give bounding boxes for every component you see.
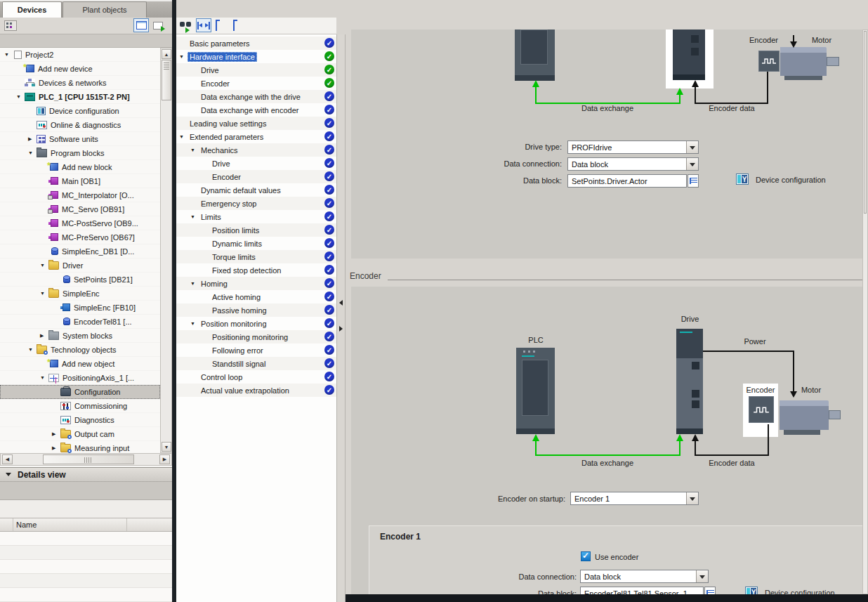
expand-all-folder-icon[interactable] bbox=[216, 21, 217, 31]
tab-plant-objects[interactable]: Plant objects bbox=[63, 1, 147, 18]
expand-arrow-icon[interactable]: ▼ bbox=[40, 375, 48, 380]
data-block-input[interactable]: SetPoints.Driver.Actor bbox=[567, 174, 687, 188]
use-encoder-checkbox[interactable] bbox=[581, 551, 591, 561]
nav-item-emergency-stop[interactable]: Emergency stop bbox=[176, 197, 336, 210]
nav-item-leading-value-settings[interactable]: Leading value settings bbox=[176, 117, 336, 130]
tree-item-add-new-block[interactable]: Add new block bbox=[0, 160, 160, 174]
expand-arrow-icon[interactable]: ▼ bbox=[28, 347, 37, 352]
tree-item-add-new-device[interactable]: Add new device bbox=[0, 62, 160, 76]
nav-item-limits[interactable]: ▼Limits bbox=[176, 210, 336, 223]
nav-item-hardware-interface[interactable]: ▼Hardware interface bbox=[176, 50, 336, 63]
tree-item-devices-networks[interactable]: Devices & networks bbox=[0, 76, 160, 90]
tree-item-program-blocks[interactable]: ▼Program blocks bbox=[0, 146, 160, 160]
expand-arrow-icon[interactable]: ▼ bbox=[28, 150, 37, 155]
tree-item-plc-1-cpu-1515t-2-pn[interactable]: ▼PLC_1 [CPU 1515T-2 PN] bbox=[0, 90, 160, 104]
nav-item-encoder[interactable]: Encoder bbox=[176, 170, 336, 183]
panel-splitter[interactable] bbox=[336, 34, 346, 602]
encoder-data-connection-select[interactable]: Data block bbox=[580, 570, 709, 583]
scroll-down-icon[interactable]: ▼ bbox=[162, 442, 171, 452]
collapse-right-icon[interactable] bbox=[339, 326, 343, 332]
tree-vertical-scrollbar[interactable]: ▲ ▼ bbox=[160, 48, 172, 453]
tree-item-mc-servo-ob91[interactable]: MC_Servo [OB91] bbox=[0, 202, 160, 216]
dropdown-arrow-icon[interactable] bbox=[686, 492, 698, 504]
nav-item-passive-homing[interactable]: Passive homing bbox=[176, 303, 336, 317]
expand-arrow-icon[interactable]: ▼ bbox=[16, 94, 25, 99]
content-scroll-thumb[interactable] bbox=[864, 31, 867, 214]
tree-item-device-configuration[interactable]: Device configuration bbox=[0, 104, 160, 118]
nav-item-basic-parameters[interactable]: Basic parameters bbox=[176, 37, 336, 50]
nav-item-standstill-signal[interactable]: Standstill signal bbox=[176, 357, 336, 370]
nav-item-position-limits[interactable]: Position limits bbox=[176, 223, 336, 237]
drive-type-select[interactable]: PROFIdrive bbox=[567, 140, 699, 154]
tree-item-diagnostics[interactable]: Diagnostics bbox=[0, 413, 160, 427]
collapse-arrow-icon[interactable]: ▶ bbox=[52, 431, 60, 437]
nav-item-following-error[interactable]: Following error bbox=[176, 343, 336, 357]
expand-arrow-icon[interactable]: ▼ bbox=[190, 321, 199, 326]
nav-item-positioning-monitoring[interactable]: Positioning monitoring bbox=[176, 330, 336, 343]
dropdown-arrow-icon[interactable] bbox=[686, 141, 698, 153]
dropdown-arrow-icon[interactable] bbox=[696, 570, 708, 582]
expand-arrow-icon[interactable]: ▼ bbox=[190, 214, 199, 219]
expand-arrow-icon[interactable]: ▼ bbox=[40, 263, 48, 268]
collapse-left-icon[interactable] bbox=[339, 300, 343, 306]
tree-item-simpleenc-fb10[interactable]: SimpleEnc [FB10] bbox=[0, 301, 160, 315]
tree-item-output-cam[interactable]: ▶Output cam bbox=[0, 427, 160, 441]
nav-item-drive[interactable]: Drive bbox=[176, 63, 336, 77]
nav-item-active-homing[interactable]: Active homing bbox=[176, 290, 336, 303]
content-vertical-scrollbar[interactable] bbox=[862, 30, 868, 594]
expand-arrow-icon[interactable]: ▼ bbox=[190, 281, 199, 286]
tree-item-setpoints-db21[interactable]: SetPoints [DB21] bbox=[0, 273, 160, 287]
expand-arrow-icon[interactable]: ▼ bbox=[40, 291, 48, 296]
nav-item-extended-parameters[interactable]: ▼Extended parameters bbox=[176, 130, 336, 143]
tree-item-technology-objects[interactable]: ▼Technology objects bbox=[0, 343, 160, 357]
tree-item-encodertel81[interactable]: EncoderTel81 [... bbox=[0, 315, 160, 329]
expand-arrow-icon[interactable]: ▼ bbox=[179, 134, 188, 139]
filter-icon[interactable] bbox=[4, 20, 17, 31]
tree-item-commissioning[interactable]: Commissioning bbox=[0, 399, 160, 413]
name-column-header[interactable]: Name bbox=[13, 518, 127, 531]
list-view-button[interactable] bbox=[133, 18, 149, 32]
nav-item-fixed-stop-detection[interactable]: Fixed stop detection bbox=[176, 263, 336, 277]
nav-item-drive[interactable]: Drive bbox=[176, 157, 336, 170]
collapse-arrow-icon[interactable]: ▶ bbox=[52, 445, 60, 451]
nav-item-control-loop[interactable]: Control loop bbox=[176, 370, 336, 384]
tree-item-mc-interpolator-o[interactable]: MC_Interpolator [O... bbox=[0, 188, 160, 202]
scroll-up-icon[interactable]: ▲ bbox=[162, 49, 171, 59]
nav-item-actual-value-extrapolation[interactable]: Actual value extrapolation bbox=[176, 384, 336, 397]
collapse-arrow-icon[interactable]: ▶ bbox=[28, 136, 37, 142]
nav-item-encoder[interactable]: Encoder bbox=[176, 77, 336, 90]
tree-item-mc-preservo-ob67[interactable]: MC-PreServo [OB67] bbox=[0, 230, 160, 244]
tree-item-main-ob1[interactable]: Main [OB1] bbox=[0, 174, 160, 188]
tree-item-mc-postservo-ob9[interactable]: MC-PostServo [OB9... bbox=[0, 216, 160, 230]
details-view-header[interactable]: Details view bbox=[0, 467, 172, 482]
tree-item-simpleenc[interactable]: ▼SimpleEnc bbox=[0, 287, 160, 301]
split-editor-button[interactable] bbox=[196, 18, 211, 32]
expand-arrow-icon[interactable]: ▼ bbox=[179, 54, 188, 59]
nav-item-torque-limits[interactable]: Torque limits bbox=[176, 250, 336, 263]
tree-item-measuring-input[interactable]: ▶Measuring input bbox=[0, 441, 160, 453]
tree-item-online-diagnostics[interactable]: Online & diagnostics bbox=[0, 118, 160, 132]
nav-item-dynamic-default-values[interactable]: Dynamic default values bbox=[176, 183, 336, 197]
nav-item-position-monitoring[interactable]: ▼Position monitoring bbox=[176, 317, 336, 330]
expand-arrow-icon[interactable]: ▼ bbox=[4, 52, 13, 57]
collapse-arrow-icon[interactable]: ▶ bbox=[40, 333, 48, 339]
tree-item-simpleenc-db1-d[interactable]: SimpleEnc_DB1 [D... bbox=[0, 244, 160, 259]
scroll-right-icon[interactable]: ▶ bbox=[159, 454, 170, 464]
tree-item-add-new-object[interactable]: Add new object bbox=[0, 357, 160, 371]
tree-item-positioningaxis-1[interactable]: ▼PositioningAxis_1 [... bbox=[0, 371, 160, 385]
nav-item-dynamic-limits[interactable]: Dynamic limits bbox=[176, 237, 336, 250]
tree-item-configuration[interactable]: Configuration bbox=[0, 385, 160, 399]
encoder-on-startup-select[interactable]: Encoder 1 bbox=[570, 492, 699, 505]
tree-item-driver[interactable]: ▼Driver bbox=[0, 259, 160, 273]
data-connection-select[interactable]: Data block bbox=[567, 157, 699, 171]
nav-item-mechanics[interactable]: ▼Mechanics bbox=[176, 143, 336, 157]
tree-hscroll-thumb[interactable] bbox=[43, 454, 134, 464]
data-block-browse-button[interactable] bbox=[688, 174, 699, 188]
device-configuration-link[interactable]: Device configuration bbox=[756, 176, 826, 184]
tree-item-project2[interactable]: ▼Project2 bbox=[0, 48, 160, 62]
nav-item-data-exchange-with-the-drive[interactable]: Data exchange with the drive bbox=[176, 90, 336, 103]
tree-item-software-units[interactable]: ▶Software units bbox=[0, 132, 160, 146]
tree-scroll-thumb[interactable] bbox=[162, 60, 171, 100]
expand-arrow-icon[interactable]: ▼ bbox=[190, 148, 199, 152]
collapse-all-folder-icon[interactable] bbox=[233, 21, 235, 31]
